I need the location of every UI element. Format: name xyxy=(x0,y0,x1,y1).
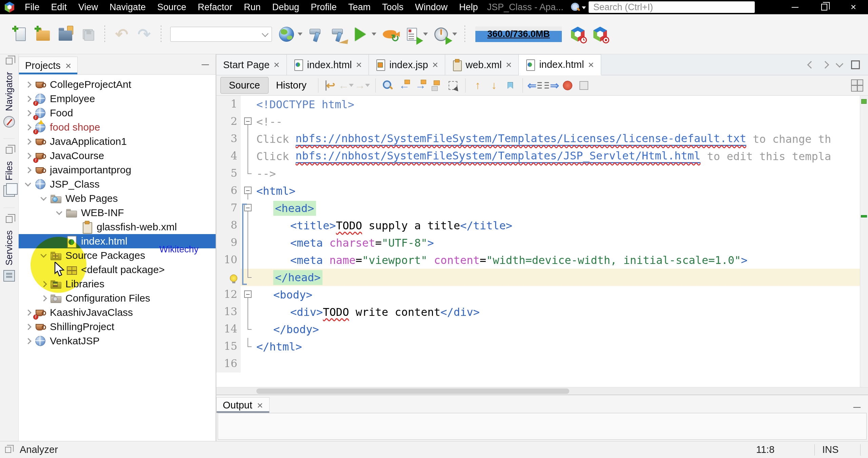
close-button[interactable]: × xyxy=(839,0,868,14)
code-line-1[interactable]: 1<!DOCTYPE html> xyxy=(216,96,868,113)
code-line-8[interactable]: 8<title>TODO supply a title</title> xyxy=(216,217,868,234)
fold-collapse-icon[interactable]: − xyxy=(244,290,252,298)
find-selection-button[interactable] xyxy=(380,78,396,93)
tree-item-employee[interactable]: Employee xyxy=(19,92,216,106)
close-icon[interactable]: × xyxy=(257,400,263,411)
menu-view[interactable]: View xyxy=(73,2,104,13)
apply-code-changes-button[interactable]: ↻ xyxy=(380,24,399,44)
fold-column[interactable] xyxy=(241,321,256,338)
fold-column[interactable] xyxy=(241,165,256,182)
editor-tab-index-html[interactable]: index.html× xyxy=(519,54,601,75)
restore-button[interactable] xyxy=(810,0,839,14)
start-macro-recording-button[interactable] xyxy=(560,78,575,93)
expand-chevron-icon[interactable] xyxy=(23,80,33,89)
fold-column[interactable] xyxy=(241,96,256,113)
close-tab-icon[interactable]: × xyxy=(274,59,280,71)
memory-indicator[interactable]: 360.0/736.0MB xyxy=(475,26,562,42)
sidebar-tab-navigator[interactable]: Navigator xyxy=(3,58,15,130)
fold-column[interactable] xyxy=(241,355,256,373)
forward-button[interactable]: → xyxy=(355,78,371,93)
minimize-panel-button[interactable]: ─ xyxy=(202,59,209,70)
scroll-tabs-right-icon[interactable] xyxy=(822,61,829,69)
new-file-button[interactable] xyxy=(11,24,31,44)
save-all-button[interactable] xyxy=(78,24,98,44)
expand-chevron-icon[interactable] xyxy=(23,336,33,346)
expand-chevron-icon[interactable] xyxy=(39,293,48,303)
fold-column[interactable] xyxy=(241,338,256,355)
horizontal-scrollbar[interactable] xyxy=(216,387,868,395)
search-dropdown-caret[interactable] xyxy=(582,6,586,9)
code-line-6[interactable]: 6−<html> xyxy=(216,182,868,199)
configuration-combobox[interactable] xyxy=(170,27,272,42)
scroll-tabs-left-icon[interactable] xyxy=(807,61,815,69)
maximize-window-icon[interactable] xyxy=(851,60,860,69)
debug-project-button[interactable] xyxy=(402,24,422,44)
menu-profile[interactable]: Profile xyxy=(305,2,342,13)
editor-tab-start-page[interactable]: Start Page× xyxy=(216,54,287,75)
code-line-2[interactable]: 2−<!-- xyxy=(216,113,868,130)
close-icon[interactable]: × xyxy=(65,60,72,72)
menu-navigate[interactable]: Navigate xyxy=(104,2,152,13)
fold-column[interactable] xyxy=(241,303,256,321)
expand-chevron-icon[interactable] xyxy=(23,308,33,317)
toggle-bookmark-button[interactable] xyxy=(502,78,518,93)
tree-item-javaapplication1[interactable]: JavaApplication1 xyxy=(19,134,216,149)
hint-lightbulb-icon[interactable] xyxy=(230,274,237,282)
build-project-button[interactable] xyxy=(306,24,326,44)
sidebar-tab-services[interactable]: Services xyxy=(3,208,15,284)
close-tab-icon[interactable]: × xyxy=(356,59,362,71)
open-project-button[interactable] xyxy=(56,24,75,44)
code-line-14[interactable]: 14</body> xyxy=(216,321,868,338)
fold-collapse-icon[interactable]: − xyxy=(244,187,252,194)
search-icon[interactable] xyxy=(571,3,580,12)
tab-list-dropdown-icon[interactable] xyxy=(836,60,844,68)
editor-tab-web-xml[interactable]: web.xml× xyxy=(445,54,519,75)
menu-help[interactable]: Help xyxy=(453,2,484,13)
menu-edit[interactable]: Edit xyxy=(45,2,73,13)
minimize-button[interactable]: ─ xyxy=(781,0,810,14)
tree-item-glassfish-web-xml[interactable]: glassfish-web.xml xyxy=(19,220,216,234)
tree-item-collegeprojectant[interactable]: CollegeProjectAnt xyxy=(19,77,216,92)
menu-window[interactable]: Window xyxy=(409,2,453,13)
expand-chevron-icon[interactable] xyxy=(23,137,33,146)
source-view-button[interactable]: Source xyxy=(220,77,269,94)
tree-item-default-package[interactable]: <default package> xyxy=(19,263,216,277)
expand-chevron-icon[interactable] xyxy=(23,151,33,160)
code-line-12[interactable]: 12−<body> xyxy=(216,286,868,303)
output-content[interactable] xyxy=(218,413,867,440)
menu-source[interactable]: Source xyxy=(152,2,192,13)
expand-chevron-icon[interactable] xyxy=(23,108,33,118)
tree-item-kaashivjavaclass[interactable]: KaashivJavaClass xyxy=(19,305,216,320)
code-line-9[interactable]: 9<meta charset="UTF-8"> xyxy=(216,234,868,251)
code-line-16[interactable]: 16 xyxy=(216,355,868,373)
window-group-icon[interactable] xyxy=(5,447,11,453)
expand-chevron-icon[interactable] xyxy=(39,194,48,203)
new-project-button[interactable] xyxy=(33,24,53,44)
expand-chevron-icon[interactable] xyxy=(23,94,33,103)
caret-line-mark[interactable] xyxy=(861,215,867,217)
tree-item-javaimportantprog[interactable]: javaimportantprog xyxy=(19,163,216,177)
fold-collapse-icon[interactable]: − xyxy=(244,204,252,211)
tree-item-shillingproject[interactable]: ShillingProject xyxy=(19,320,216,334)
code-line-5[interactable]: 5--> xyxy=(216,165,868,182)
menu-tools[interactable]: Tools xyxy=(376,2,409,13)
last-edit-position-button[interactable]: ↩ xyxy=(323,78,338,93)
fold-collapse-icon[interactable]: − xyxy=(244,117,252,125)
file-ok-mark[interactable] xyxy=(861,99,867,104)
redo-button[interactable]: ↷ xyxy=(134,24,154,44)
close-tab-icon[interactable]: × xyxy=(432,59,438,71)
browser-button[interactable] xyxy=(277,24,296,44)
code-line-3[interactable]: 3Click nbfs://nbhost/SystemFileSystem/Te… xyxy=(216,130,868,148)
sidebar-tab-files[interactable]: Files xyxy=(3,138,15,199)
expand-chevron-icon[interactable] xyxy=(23,165,33,175)
dropdown-caret-icon[interactable] xyxy=(452,33,457,36)
expand-chevron-icon[interactable] xyxy=(23,322,33,331)
toggle-highlight-button[interactable] xyxy=(429,78,445,93)
expand-chevron-icon[interactable] xyxy=(39,251,48,260)
code-line-10[interactable]: 10<meta name="viewport" content="width=d… xyxy=(216,251,868,269)
menu-team[interactable]: Team xyxy=(342,2,376,13)
tree-item-web-inf[interactable]: WEB-INF xyxy=(19,206,216,220)
fold-column[interactable]: − xyxy=(241,113,256,130)
undo-button[interactable]: ↶ xyxy=(112,24,132,44)
search-input[interactable] xyxy=(589,1,755,13)
